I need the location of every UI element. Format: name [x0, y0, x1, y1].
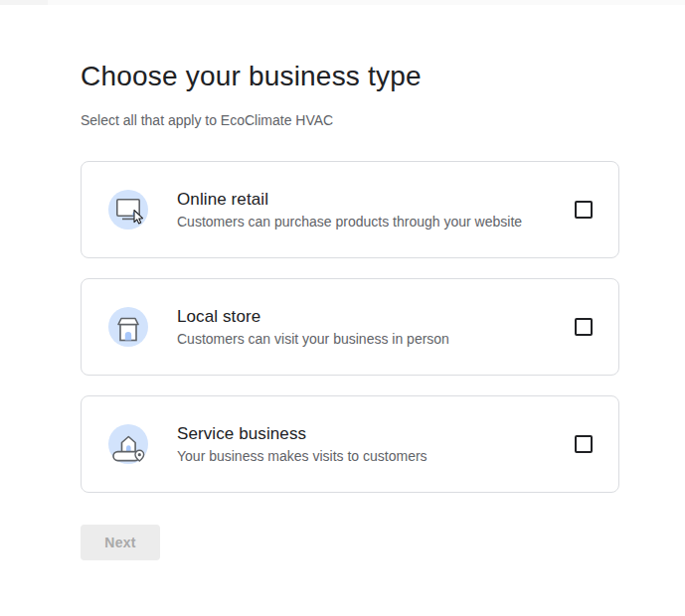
option-card-service-business[interactable]: Service business Your business makes vis…	[81, 395, 619, 493]
page-title: Choose your business type	[81, 60, 619, 93]
option-card-local-store[interactable]: Local store Customers can visit your bus…	[81, 278, 619, 376]
online-retail-checkbox[interactable]	[575, 201, 593, 219]
option-text-service-business: Service business Your business makes vis…	[177, 423, 575, 466]
service-business-checkbox[interactable]	[575, 435, 593, 453]
option-card-online-retail[interactable]: Online retail Customers can purchase pro…	[81, 161, 619, 258]
next-button[interactable]: Next	[81, 525, 160, 560]
top-border-strip	[0, 0, 685, 5]
local-store-checkbox[interactable]	[575, 318, 593, 336]
page-subtitle: Select all that apply to EcoClimate HVAC	[81, 110, 619, 130]
option-title: Service business	[177, 423, 575, 445]
option-text-local-store: Local store Customers can visit your bus…	[177, 306, 575, 349]
option-text-online-retail: Online retail Customers can purchase pro…	[177, 189, 575, 231]
option-description: Your business makes visits to customers	[177, 446, 575, 466]
top-border-strip-segment	[0, 0, 48, 5]
business-type-options: Online retail Customers can purchase pro…	[81, 161, 619, 493]
house-location-pin-icon	[108, 424, 148, 464]
business-type-page: Choose your business type Select all tha…	[0, 60, 685, 560]
option-title: Local store	[177, 306, 575, 328]
option-description: Customers can purchase products through …	[177, 212, 575, 231]
option-title: Online retail	[177, 189, 575, 211]
option-description: Customers can visit your business in per…	[177, 329, 575, 349]
storefront-icon	[108, 307, 148, 347]
monitor-cursor-icon	[108, 190, 148, 230]
